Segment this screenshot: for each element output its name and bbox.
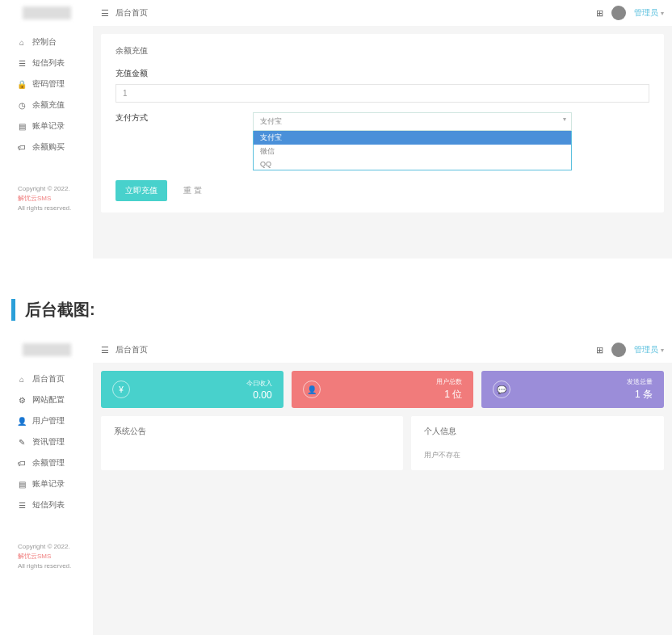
dropdown-option-alipay[interactable]: 支付宝: [254, 131, 571, 145]
edit-icon: ✎: [18, 438, 26, 446]
hamburger-icon[interactable]: ☰: [101, 8, 109, 19]
user-icon: 👤: [303, 381, 321, 398]
nav-item-home[interactable]: ⌂后台首页: [0, 368, 93, 389]
qr-icon[interactable]: ⊞: [596, 8, 603, 19]
sidebar: ⌂后台首页 ⚙网站配置 👤用户管理 ✎资讯管理 🏷余额管理 ▤账单记录 ☰短信列…: [0, 337, 93, 578]
amount-label: 充值金额: [116, 68, 649, 79]
nav-item-console[interactable]: ⌂控制台: [0, 32, 93, 53]
avatar[interactable]: [611, 343, 626, 357]
dropdown-option-qq[interactable]: QQ: [254, 158, 571, 170]
tag-icon: 🏷: [18, 143, 26, 151]
nav-item-password[interactable]: 🔒密码管理: [0, 74, 93, 95]
nav-item-billing[interactable]: ▤账单记录: [0, 116, 93, 137]
chat-icon: 💬: [493, 381, 510, 398]
chevron-down-icon: ▾: [661, 347, 664, 354]
doc-icon: ▤: [18, 122, 26, 130]
profile-text: 用户不存在: [424, 450, 651, 460]
announce-title: 系统公告: [114, 426, 390, 437]
nav-item-sms-list[interactable]: ☰短信列表: [0, 53, 93, 74]
amount-input[interactable]: [116, 84, 649, 103]
hamburger-icon[interactable]: ☰: [101, 345, 109, 355]
topbar: ☰ 后台首页 ⊞ 管理员 ▾: [93, 0, 672, 26]
profile-title: 个人信息: [424, 426, 651, 437]
home-icon: ⌂: [18, 375, 26, 383]
tag-icon: 🏷: [18, 459, 26, 467]
chevron-down-icon: ▾: [661, 10, 664, 17]
list-icon: ☰: [18, 59, 26, 67]
stat-users: 👤 用户总数1 位: [292, 371, 474, 408]
nav-item-billing[interactable]: ▤账单记录: [0, 473, 93, 494]
clock-icon: ◷: [18, 101, 26, 109]
submit-button[interactable]: 立即充值: [116, 180, 167, 201]
username-dropdown[interactable]: 管理员 ▾: [634, 344, 664, 355]
topbar: ☰ 后台首页 ⊞ 管理员 ▾: [93, 337, 672, 363]
recharge-card: 余额充值 充值金额 支付方式 支付宝 支付宝 微信 QQ: [101, 34, 664, 212]
nav-item-news[interactable]: ✎资讯管理: [0, 431, 93, 452]
nav-item-sms-list[interactable]: ☰短信列表: [0, 494, 93, 515]
pay-method-dropdown: 支付宝 微信 QQ: [253, 131, 572, 170]
section-heading: 后台截图:: [11, 299, 672, 321]
list-icon: ☰: [18, 501, 26, 509]
nav-item-balance[interactable]: 🏷余额管理: [0, 452, 93, 473]
nav-item-site-config[interactable]: ⚙网站配置: [0, 389, 93, 410]
gear-icon: ⚙: [18, 396, 26, 404]
nav-item-recharge[interactable]: ◷余额充值: [0, 95, 93, 116]
lock-icon: 🔒: [18, 80, 26, 88]
stat-income: ¥ 今日收入0.00: [101, 371, 284, 408]
reset-button[interactable]: 重 置: [175, 180, 210, 201]
logo: [23, 343, 71, 356]
sidebar: ⌂控制台 ☰短信列表 🔒密码管理 ◷余额充值 ▤账单记录 🏷余额购买 Copyr…: [0, 0, 93, 220]
copyright: Copyright © 2022. 解忧云SMSAll rights reser…: [0, 536, 93, 578]
announce-card: 系统公告: [101, 416, 403, 470]
breadcrumb: 后台首页: [116, 344, 148, 355]
user-icon: 👤: [18, 417, 26, 425]
copyright-link[interactable]: 解忧云SMS: [18, 195, 51, 202]
copyright: Copyright © 2022. 解忧云SMSAll rights reser…: [0, 178, 93, 220]
dropdown-option-wechat[interactable]: 微信: [254, 145, 571, 158]
profile-card: 个人信息 用户不存在: [411, 416, 664, 470]
nav-item-users[interactable]: 👤用户管理: [0, 410, 93, 431]
stat-sent: 💬 发送总量1 条: [481, 371, 664, 408]
doc-icon: ▤: [18, 480, 26, 488]
card-title: 余额充值: [116, 45, 649, 57]
breadcrumb: 后台首页: [116, 7, 148, 19]
avatar[interactable]: [611, 6, 626, 20]
pay-method-select[interactable]: 支付宝: [253, 112, 572, 131]
pay-method-label: 支付方式: [116, 112, 253, 124]
yen-icon: ¥: [112, 381, 130, 398]
nav-item-purchase[interactable]: 🏷余额购买: [0, 137, 93, 158]
username-dropdown[interactable]: 管理员 ▾: [634, 7, 664, 19]
logo: [23, 6, 71, 19]
copyright-link[interactable]: 解忧云SMS: [18, 553, 51, 560]
qr-icon[interactable]: ⊞: [596, 345, 603, 355]
home-icon: ⌂: [18, 38, 26, 46]
